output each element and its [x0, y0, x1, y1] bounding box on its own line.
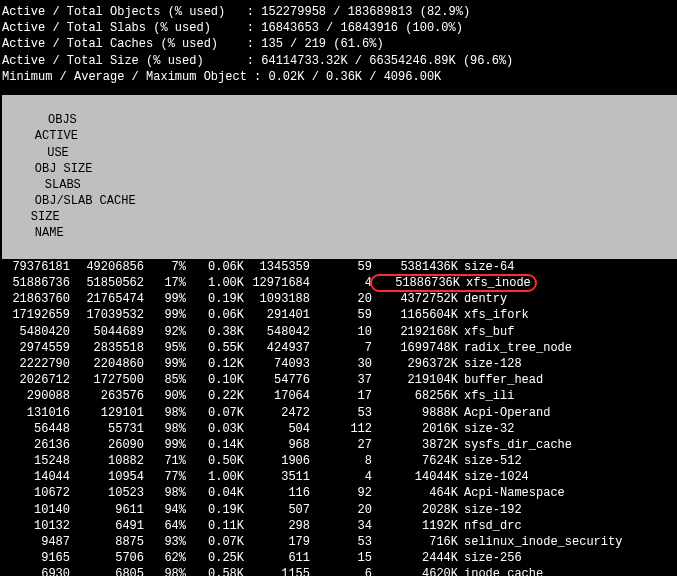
table-row: 518867365185056217%1.00K1297168445188673… — [2, 275, 677, 291]
cell-name: size-192 — [458, 502, 522, 518]
summary-value: 16843653 / 16843916 (100.0%) — [261, 21, 463, 35]
cell-objslb: 17 — [310, 388, 372, 404]
cell-objsz: 0.25K — [186, 550, 244, 566]
cell-use: 77% — [144, 469, 186, 485]
cell-objs: 10672 — [2, 485, 70, 501]
cell-objsz: 0.38K — [186, 324, 244, 340]
cell-active: 2835518 — [70, 340, 144, 356]
cell-use: 99% — [144, 307, 186, 323]
cell-objsz: 0.14K — [186, 437, 244, 453]
cell-active: 10882 — [70, 453, 144, 469]
summary-value: 0.02K / 0.36K / 4096.00K — [268, 70, 441, 84]
cell-objsz: 0.06K — [186, 259, 244, 275]
table-row: 13101612910198%0.07K2472539888KAcpi-Oper… — [2, 405, 677, 421]
cell-cache: 716K — [372, 534, 458, 550]
summary-value: 64114733.32K / 66354246.89K (96.6%) — [261, 54, 513, 68]
col-active: ACTIVE — [31, 128, 91, 144]
cell-slabs: 1093188 — [244, 291, 310, 307]
col-slabs: SLABS — [31, 177, 81, 193]
table-row: 29008826357690%0.22K170641768256Kxfs_ili — [2, 388, 677, 404]
cell-objsz: 0.03K — [186, 421, 244, 437]
cell-cache: 464K — [372, 485, 458, 501]
cell-active: 6805 — [70, 566, 144, 576]
cell-use: 99% — [144, 356, 186, 372]
cell-objslb: 92 — [310, 485, 372, 501]
cell-objslb: 59 — [310, 259, 372, 275]
cell-use: 64% — [144, 518, 186, 534]
cell-objslb: 20 — [310, 291, 372, 307]
cell-use: 95% — [144, 340, 186, 356]
cell-name: sysfs_dir_cache — [458, 437, 572, 453]
cell-objs: 131016 — [2, 405, 70, 421]
table-row: 140441095477%1.00K3511414044Ksize-1024 — [2, 469, 677, 485]
col-objs: OBJS — [31, 112, 77, 128]
table-row: 2974559283551895%0.55K42493771699748Krad… — [2, 340, 677, 356]
cell-name: Acpi-Namespace — [458, 485, 565, 501]
table-row: 5480420504468992%0.38K548042102192168Kxf… — [2, 324, 677, 340]
cell-cache: 219104K — [372, 372, 458, 388]
cell-objslb: 34 — [310, 518, 372, 534]
summary-line: Minimum / Average / Maximum Object : 0.0… — [2, 69, 677, 85]
summary-label: Active / Total Slabs (% used) — [2, 21, 247, 35]
cell-cache: 9888K — [372, 405, 458, 421]
cell-objsz: 0.11K — [186, 518, 244, 534]
cell-objs: 2026712 — [2, 372, 70, 388]
cell-objs: 9487 — [2, 534, 70, 550]
summary-line: Active / Total Caches (% used) : 135 / 2… — [2, 36, 677, 52]
cell-objs: 21863760 — [2, 291, 70, 307]
summary-value: 135 / 219 (61.6%) — [261, 37, 383, 51]
cell-name: xfs_ifork — [458, 307, 529, 323]
summary-value: 152279958 / 183689813 (82.9%) — [261, 5, 470, 19]
cell-name: dentry — [458, 291, 507, 307]
cell-objsz: 0.58K — [186, 566, 244, 576]
cell-objslb: 112 — [310, 421, 372, 437]
cell-slabs: 1345359 — [244, 259, 310, 275]
cell-objs: 9165 — [2, 550, 70, 566]
cell-objs: 17192659 — [2, 307, 70, 323]
cell-objs: 2974559 — [2, 340, 70, 356]
cell-cache: 4620K — [372, 566, 458, 576]
cell-slabs: 291401 — [244, 307, 310, 323]
cell-cache: 14044K — [372, 469, 458, 485]
highlight-annotation: 51886736Kxfs_inode — [370, 274, 537, 292]
cell-cache: 3872K — [372, 437, 458, 453]
cell-objsz: 0.06K — [186, 307, 244, 323]
cell-objslb: 4 — [310, 275, 372, 291]
cell-objs: 15248 — [2, 453, 70, 469]
summary-sep: : — [247, 21, 261, 35]
table-row: 152481088271%0.50K190687624Ksize-512 — [2, 453, 677, 469]
cell-objslb: 53 — [310, 405, 372, 421]
cell-cache: 7624K — [372, 453, 458, 469]
cell-objsz: 0.50K — [186, 453, 244, 469]
cell-use: 92% — [144, 324, 186, 340]
summary-line: Active / Total Slabs (% used) : 16843653… — [2, 20, 677, 36]
summary-label: Active / Total Size (% used) — [2, 54, 247, 68]
cell-slabs: 611 — [244, 550, 310, 566]
cell-slabs: 1155 — [244, 566, 310, 576]
cell-objslb: 4 — [310, 469, 372, 485]
cell-objs: 290088 — [2, 388, 70, 404]
summary-sep: : — [247, 37, 261, 51]
cell-objsz: 0.07K — [186, 534, 244, 550]
cell-use: 99% — [144, 437, 186, 453]
cell-cache: 296372K — [372, 356, 458, 372]
cell-objslb: 6 — [310, 566, 372, 576]
cell-use: 98% — [144, 421, 186, 437]
table-row: 218637602176547499%0.19K1093188204372752… — [2, 291, 677, 307]
cell-slabs: 2472 — [244, 405, 310, 421]
cell-objsz: 1.00K — [186, 275, 244, 291]
cell-objs: 56448 — [2, 421, 70, 437]
cell-objslb: 8 — [310, 453, 372, 469]
cell-cache: 68256K — [372, 388, 458, 404]
cell-name: xfs_buf — [458, 324, 514, 340]
summary-sep: : — [247, 54, 261, 68]
cell-active: 5706 — [70, 550, 144, 566]
col-use: USE — [31, 145, 69, 161]
cell-active: 10954 — [70, 469, 144, 485]
cell-active: 49206856 — [70, 259, 144, 275]
cell-slabs: 298 — [244, 518, 310, 534]
summary-label: Minimum / Average / Maximum Object — [2, 70, 247, 84]
cell-active: 9611 — [70, 502, 144, 518]
cell-cache: 2444K — [372, 550, 458, 566]
cell-use: 94% — [144, 502, 186, 518]
